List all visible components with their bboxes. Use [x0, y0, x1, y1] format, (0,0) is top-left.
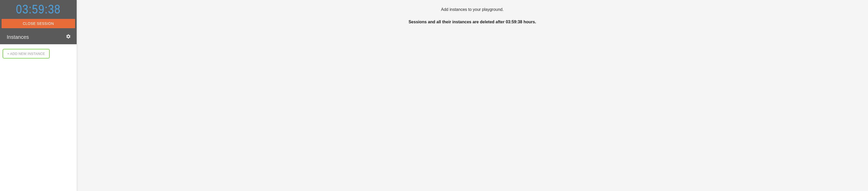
add-new-instance-button[interactable]: + ADD NEW INSTANCE — [3, 49, 50, 59]
main-content: Add instances to your playground. Sessio… — [76, 0, 868, 191]
instances-header-label: Instances — [7, 34, 29, 40]
sidebar-top: 03:59:38 CLOSE SESSION Instances — [0, 0, 76, 44]
session-timer: 03:59:38 — [7, 0, 70, 19]
instances-header: Instances — [1, 30, 75, 44]
sidebar-body: + ADD NEW INSTANCE — [0, 44, 76, 191]
sidebar: 03:59:38 CLOSE SESSION Instances + ADD N… — [0, 0, 76, 191]
session-expiry-notice: Sessions and all their instances are del… — [87, 20, 858, 24]
playground-prompt: Add instances to your playground. — [87, 7, 858, 12]
close-session-button[interactable]: CLOSE SESSION — [2, 19, 75, 28]
gear-icon[interactable] — [66, 34, 71, 40]
